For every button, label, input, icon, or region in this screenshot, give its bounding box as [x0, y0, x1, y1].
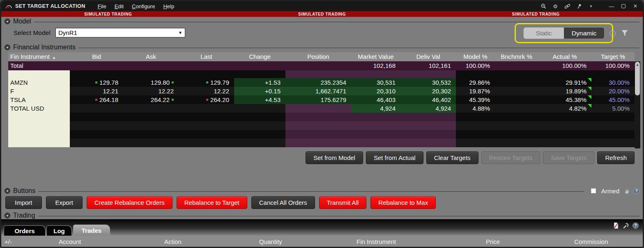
create-rebalance-orders-button[interactable]: Create Rebalance Orders [87, 196, 172, 209]
bid-cell: 12.21 [70, 87, 123, 95]
cancel-all-orders-button[interactable]: Cancel All Orders [251, 196, 315, 209]
hand-icon[interactable] [624, 188, 630, 194]
toggle-static-option[interactable]: Static [524, 28, 564, 39]
menu-edit[interactable]: Edit [115, 3, 124, 9]
col-quantity[interactable]: Quantity [259, 238, 356, 247]
ask-cell: 129.80 [123, 78, 179, 87]
actual-pct-cell: 19.89% [538, 87, 591, 95]
collapse-trading-icon[interactable]: ▼ [5, 213, 10, 218]
banner-text: SIMULATED TRADING [84, 12, 132, 16]
clear-page-icon[interactable] [613, 222, 619, 229]
app-gauge-icon [5, 4, 12, 9]
table-row-f[interactable]: F 12.21 12.22 12.22 +0.15 1,662.7471 20,… [8, 87, 635, 95]
search-icon[interactable] [540, 3, 547, 9]
col-deliv-val[interactable]: Deliv Val [400, 52, 456, 61]
downtick-icon [95, 99, 97, 101]
help-icon[interactable]: ? [632, 223, 639, 229]
deliv-val-cell: 4,924 [400, 104, 456, 113]
instruments-table: Fin Instrument▲ Bid Ask Last Change Posi… [8, 52, 635, 147]
col-price[interactable]: Price [486, 238, 574, 247]
filter-icon[interactable] [621, 30, 629, 39]
clear-targets-button[interactable]: Clear Targets [426, 151, 478, 164]
transmit-all-button[interactable]: Transmit All [319, 196, 367, 209]
set-from-actual-button[interactable]: Set from Actual [366, 151, 423, 164]
col-bid[interactable]: Bid [70, 52, 123, 61]
col-action[interactable]: Action [164, 238, 259, 247]
rebalance-to-target-button[interactable]: Rebalance to Target [177, 196, 247, 209]
col-position[interactable]: Position [285, 52, 351, 61]
chevron-down-icon[interactable]: ▼ [588, 3, 594, 9]
tab-trades[interactable]: Trades [73, 225, 110, 236]
armed-checkbox[interactable] [591, 188, 596, 193]
col-target-pct[interactable]: Target % [591, 52, 635, 61]
mode-toggle-highlight: Static Dynamic [515, 23, 613, 43]
col-ask[interactable]: Ask [123, 52, 179, 61]
target-pct-cell[interactable]: 20.00% [591, 87, 635, 95]
col-plus-minus[interactable]: +/- [5, 238, 59, 247]
tab-orders[interactable]: Orders [4, 225, 46, 236]
table-action-buttons: Set from Model Set from Actual Clear Tar… [306, 151, 635, 164]
table-scrollbar[interactable]: ▲ [635, 61, 640, 148]
col-bnchmrk-pct[interactable]: Bnchmrk % [495, 52, 538, 61]
maximize-button[interactable] [620, 3, 627, 9]
col-commission[interactable]: Commission [574, 238, 608, 247]
target-pct-cell[interactable]: 30.00% [591, 78, 635, 87]
col-fin-instrument[interactable]: Fin Instrument▲ [8, 52, 70, 61]
total-actual-pct: 100.00% [538, 61, 591, 70]
rebalance-to-max-button[interactable]: Rebalance to Max [370, 196, 436, 209]
model-pct-cell: 19.87% [456, 87, 495, 95]
import-button[interactable]: Import [5, 196, 42, 209]
spacer-row [8, 70, 635, 78]
model-pct-cell: 29.86% [456, 78, 495, 87]
export-button[interactable]: Export [46, 196, 83, 209]
target-pct-cell[interactable]: 45.00% [591, 95, 635, 104]
actual-pct-cell: 45.38% [538, 95, 591, 104]
uptick-icon [172, 99, 174, 101]
menu-help[interactable]: Help [163, 3, 174, 9]
pin-icon[interactable] [576, 3, 582, 9]
change-cell: +0.15 [234, 87, 285, 95]
gear-icon[interactable]: ⚙ [552, 3, 559, 9]
col-market-value[interactable]: Market Value [351, 52, 400, 61]
bid-cell: 264.18 [70, 95, 123, 104]
collapse-model-icon[interactable]: ▼ [5, 19, 10, 24]
minimize-button[interactable]: — [608, 3, 615, 9]
position-cell: 235.2354 [285, 78, 351, 87]
table-row-total-usd[interactable]: TOTAL USD 4,924 4,924 4.88% 4.82% 5.00% [8, 104, 635, 113]
wrench-icon[interactable] [623, 223, 629, 229]
selected-model-value: DynR1 [58, 29, 178, 36]
table-row-amzn[interactable]: AMZN 129.78 129.80 129.79 +1.53 235.2354… [8, 78, 635, 87]
col-actual-pct[interactable]: Actual % [538, 52, 591, 61]
change-cell: +4.53 [234, 95, 285, 104]
col-change[interactable]: Change [234, 52, 285, 61]
empty-row [8, 130, 635, 139]
col-model-pct[interactable]: Model % [456, 52, 495, 61]
collapse-instruments-icon[interactable]: ▼ [5, 44, 10, 50]
actual-pct-cell: 4.82% [538, 104, 591, 113]
uptick-icon [206, 81, 208, 83]
model-select-dropdown[interactable]: DynR1 ▼ [55, 28, 185, 37]
collapse-buttons-icon[interactable]: ▼ [5, 188, 10, 194]
help-icon[interactable]: ? [633, 188, 639, 194]
close-button[interactable]: × [632, 3, 639, 9]
sync-icon[interactable] [610, 30, 616, 37]
banner-text: SIMULATED TRADING [298, 12, 346, 16]
ask-cell: 12.22 [123, 87, 179, 95]
total-target-pct: 100.00% [591, 61, 635, 70]
target-pct-cell[interactable]: 5.00% [591, 104, 635, 113]
col-fin-instrument[interactable]: Fin Instrument [356, 238, 486, 247]
col-account[interactable]: Account [59, 238, 164, 247]
col-last[interactable]: Last [179, 52, 234, 61]
set-from-model-button[interactable]: Set from Model [306, 151, 363, 164]
table-row-tsla[interactable]: TSLA 264.18 264.22 264.20 +4.53 175.6279… [8, 95, 635, 104]
symbol-cell: F [8, 87, 70, 95]
refresh-button[interactable]: Refresh [597, 151, 635, 164]
menu-file[interactable]: File [98, 3, 106, 9]
armed-label: Armed [601, 188, 619, 195]
toggle-dynamic-option[interactable]: Dynamic [564, 28, 604, 39]
tab-log[interactable]: Log [46, 225, 72, 236]
link-icon[interactable] [564, 3, 570, 9]
menu-configure[interactable]: Configure [132, 3, 155, 9]
scrollbar-thumb[interactable]: ▲ [635, 62, 640, 95]
trades-column-header: +/- Account Action Quantity Fin Instrume… [1, 236, 643, 247]
